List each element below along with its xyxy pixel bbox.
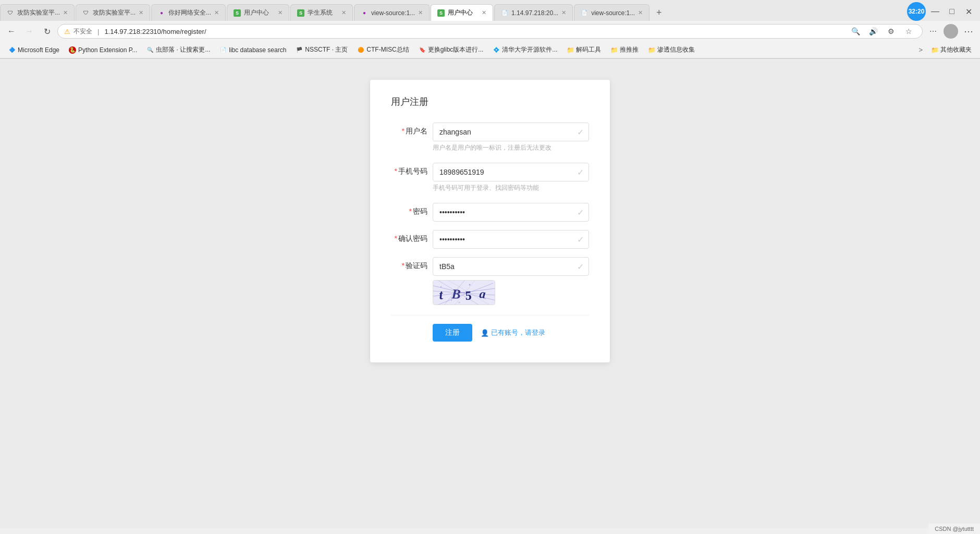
tab-9[interactable]: 📄 view-source:1... ✕ (574, 4, 650, 21)
password-check-icon: ✓ (577, 208, 584, 217)
tab-9-close[interactable]: ✕ (638, 9, 643, 16)
chongbu-favicon: 🔍 (146, 46, 154, 54)
bookmarks-more-button[interactable]: > (915, 45, 926, 55)
favorites-icon[interactable]: ☆ (901, 24, 916, 39)
tab-6-close[interactable]: ✕ (418, 9, 423, 16)
tab-5[interactable]: S 学生系统 ✕ (290, 4, 353, 21)
bookmark-chongbu[interactable]: 🔍 虫部落 · 让搜索更... (142, 44, 214, 55)
bookmark-python-extension-label: Python Extension P... (78, 46, 137, 54)
confirm-password-row: *确认密码 ✓ (391, 230, 589, 249)
tab-5-close[interactable]: ✕ (341, 9, 346, 16)
tab-3-title: 你好网络安全... (168, 8, 211, 17)
bookmark-libc-label: libc database search (229, 46, 286, 54)
read-aloud-icon[interactable]: 🔊 (866, 24, 880, 39)
register-button[interactable]: 注册 (433, 324, 472, 342)
search-icon[interactable]: 🔍 (848, 24, 863, 39)
bookmark-libc[interactable]: 📄 libc database search (215, 45, 290, 55)
bookmark-folder-others[interactable]: 📁 其他收藏夹 (927, 44, 976, 55)
tab-8-title: 1.14.97.218:20... (511, 9, 558, 17)
bookmark-folder-tuituitui[interactable]: 📁 推推推 (606, 44, 643, 55)
forward-button[interactable]: → (22, 24, 36, 39)
reload-button[interactable]: ↻ (40, 24, 54, 39)
tab-5-favicon: S (297, 9, 304, 17)
password-field-wrap: ✓ (433, 203, 589, 222)
bookmark-nssctf[interactable]: 🏴 NSSCTF · 主页 (291, 44, 352, 55)
tab-1-title: 攻防实验室平... (17, 8, 60, 17)
tab-6-favicon: ● (361, 9, 368, 17)
folder-tuituitui-icon: 📁 (610, 46, 618, 54)
tab-4[interactable]: S 用户中心 ✕ (227, 4, 289, 21)
form-actions: 注册 👤 已有账号，请登录 (391, 324, 589, 342)
insecure-label: 不安全 (74, 27, 92, 36)
new-tab-button[interactable]: + (651, 4, 667, 21)
bookmark-glibc[interactable]: 🔖 更换glibc版本进行... (414, 44, 488, 55)
username-required-star: * (402, 127, 405, 135)
tab-1[interactable]: 🛡 攻防实验室平... ✕ (0, 4, 75, 21)
bookmarks-bar: 🔷 Microsoft Edge 🐍 Python Extension P...… (0, 42, 980, 58)
browser-frame: 🛡 攻防实验室平... ✕ 🛡 攻防实验室平... ✕ ● 你好网络安全... … (0, 0, 980, 59)
captcha-input[interactable] (433, 257, 589, 276)
address-input[interactable]: ⚠ 不安全 | 1.14.97.218:22310/home/register/… (57, 24, 923, 39)
username-field-wrap: ✓ 用户名是用户的唯一标识，注册后无法更改 (433, 123, 589, 159)
tab-bar: 🛡 攻防实验室平... ✕ 🛡 攻防实验室平... ✕ ● 你好网络安全... … (0, 0, 980, 21)
tab-3[interactable]: ● 你好网络安全... ✕ (151, 4, 226, 21)
bookmark-microsoft-edge[interactable]: 🔷 Microsoft Edge (4, 45, 64, 55)
confirm-password-input[interactable] (433, 230, 589, 249)
browser-menu-icon[interactable]: ⋯ (961, 24, 976, 39)
login-link-text[interactable]: 已有账号，请登录 (491, 328, 545, 337)
tab-1-close[interactable]: ✕ (63, 9, 68, 16)
folder-pentest-icon: 📁 (648, 46, 656, 54)
tab-3-close[interactable]: ✕ (214, 9, 219, 16)
bookmark-tsinghua[interactable]: 💠 清华大学开源软件... (488, 44, 561, 55)
tab-4-close[interactable]: ✕ (278, 9, 283, 16)
tab-2[interactable]: 🛡 攻防实验室平... ✕ (76, 4, 150, 21)
maximize-button[interactable]: □ (945, 4, 959, 19)
tab-2-close[interactable]: ✕ (139, 9, 143, 16)
captcha-image[interactable]: t B 5 a (433, 280, 495, 305)
bookmark-microsoft-edge-label: Microsoft Edge (18, 46, 59, 54)
bookmark-python-extension[interactable]: 🐍 Python Extension P... (65, 45, 141, 55)
phone-hint: 手机号码可用于登录、找回密码等功能 (433, 184, 589, 192)
profile-avatar[interactable] (944, 24, 958, 39)
captcha-image-wrap[interactable]: t B 5 a (433, 280, 589, 307)
status-text: CSDN @jytutttt (935, 526, 974, 532)
bookmark-folder-decode[interactable]: 📁 解码工具 (562, 44, 605, 55)
password-input-wrapper: ✓ (433, 203, 589, 222)
captcha-row: *验证码 ✓ (391, 257, 589, 307)
tab-7[interactable]: S 用户中心 ✕ (431, 4, 493, 21)
username-label: *用户名 (391, 123, 433, 136)
close-button[interactable]: ✕ (961, 4, 976, 19)
tsinghua-favicon: 💠 (493, 46, 500, 54)
tab-7-close[interactable]: ✕ (482, 9, 486, 16)
tab-2-favicon: 🛡 (82, 9, 90, 17)
tab-6[interactable]: ● view-source:1... ✕ (354, 4, 430, 21)
address-separator: | (97, 28, 99, 35)
tab-1-favicon: 🛡 (7, 9, 14, 17)
captcha-field-wrap: ✓ (433, 257, 589, 307)
tab-8-favicon: 📄 (501, 9, 508, 17)
form-divider (391, 315, 589, 315)
bookmark-folder-tuituitui-label: 推推推 (620, 45, 639, 54)
settings-icon[interactable]: ⚙ (884, 24, 898, 39)
tab-4-favicon: S (234, 9, 241, 17)
login-link[interactable]: 👤 已有账号，请登录 (481, 328, 545, 337)
bookmark-folder-pentest[interactable]: 📁 渗透信息收集 (644, 44, 699, 55)
phone-check-icon: ✓ (577, 167, 584, 177)
phone-input-wrapper: ✓ (433, 163, 589, 181)
more-options-icon[interactable]: ⋯ (926, 24, 940, 39)
phone-input[interactable] (433, 163, 589, 181)
password-required-star: * (409, 207, 412, 215)
bookmark-folder-pentest-label: 渗透信息收集 (657, 45, 695, 54)
tab-8[interactable]: 📄 1.14.97.218:20... ✕ (494, 4, 573, 21)
password-input[interactable] (433, 203, 589, 222)
back-button[interactable]: ← (4, 24, 19, 39)
tab-8-close[interactable]: ✕ (561, 9, 566, 16)
tab-5-title: 学生系统 (308, 8, 338, 17)
bookmark-ctf-misc[interactable]: 🟠 CTF-MISC总结 (353, 44, 413, 55)
nssctf-favicon: 🏴 (296, 46, 303, 54)
username-input[interactable] (433, 123, 589, 141)
python-extension-favicon: 🐍 (69, 46, 76, 54)
svg-point-14 (459, 302, 460, 304)
minimize-button[interactable]: — (928, 4, 942, 19)
ctf-misc-favicon: 🟠 (357, 46, 364, 54)
